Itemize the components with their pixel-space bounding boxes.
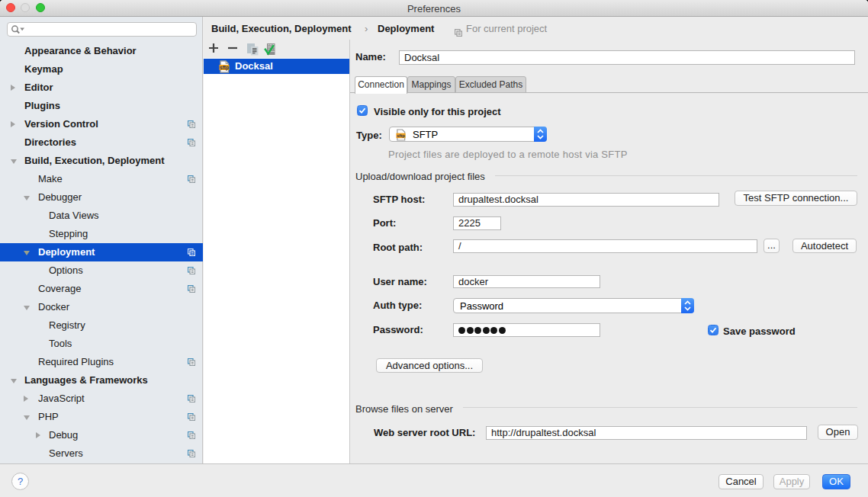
svg-text:sftp: sftp — [220, 65, 229, 71]
svg-text:sftp: sftp — [397, 133, 405, 138]
